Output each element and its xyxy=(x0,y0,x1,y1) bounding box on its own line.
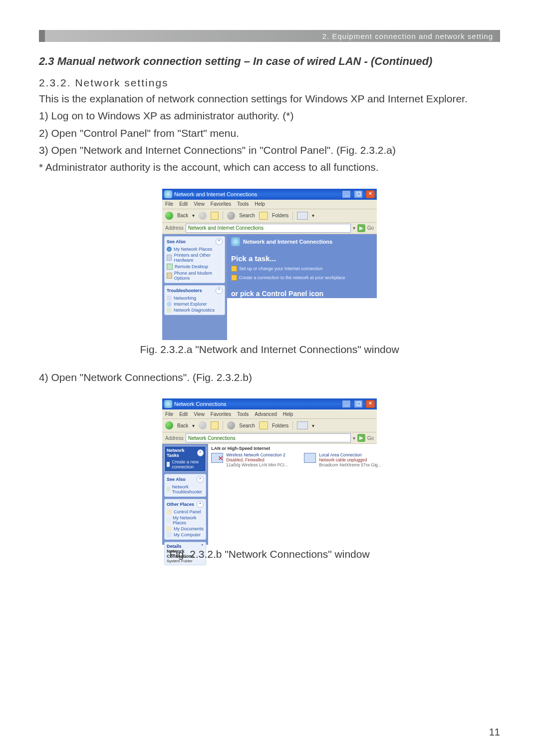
up-icon[interactable] xyxy=(211,212,219,220)
menu-bar[interactable]: File Edit View Favorites Tools Help xyxy=(162,200,377,209)
step3-text: 3) Open "Network and Internet Connection… xyxy=(39,143,500,157)
folders-icon[interactable] xyxy=(259,212,268,220)
network-tasks-block: Network Tasks˄ Create a new connection xyxy=(164,446,206,472)
section-title: 2.3 Manual network connection setting – … xyxy=(39,55,500,68)
forward-icon[interactable] xyxy=(199,421,207,429)
views-icon[interactable] xyxy=(297,421,308,429)
see-also-item3[interactable]: Remote Desktop xyxy=(175,264,208,269)
ts-item1[interactable]: Networking xyxy=(174,296,196,301)
menu-edit[interactable]: Edit xyxy=(179,201,188,207)
menu-view[interactable]: View xyxy=(194,411,205,417)
close-button[interactable]: × xyxy=(366,400,375,408)
menu-tools[interactable]: Tools xyxy=(237,411,249,417)
address-label: Address xyxy=(165,435,184,441)
window-title: Network and Internet Connections xyxy=(174,191,257,197)
address-input[interactable] xyxy=(186,433,351,442)
back-label[interactable]: Back xyxy=(177,423,188,428)
views-icon[interactable] xyxy=(297,212,308,220)
collapse-icon[interactable]: ˄ xyxy=(216,287,223,294)
connection-lan[interactable]: Local Area Connection Network cable unpl… xyxy=(304,453,389,467)
see-also-header: See Also xyxy=(167,477,186,482)
minimize-button[interactable]: _ xyxy=(342,190,351,198)
networking-icon xyxy=(167,296,172,301)
menu-bar[interactable]: File Edit View Favorites Tools Advanced … xyxy=(162,409,377,419)
nic-icon xyxy=(304,453,316,463)
minimize-button[interactable]: _ xyxy=(342,400,351,408)
search-label[interactable]: Search xyxy=(239,423,255,428)
close-button[interactable]: × xyxy=(366,190,375,198)
forward-icon[interactable] xyxy=(199,212,207,220)
network-places-icon xyxy=(167,518,171,523)
my-documents-icon xyxy=(167,526,172,531)
menu-favorites[interactable]: Favorites xyxy=(211,411,231,417)
folders-icon[interactable] xyxy=(259,421,268,429)
search-icon[interactable] xyxy=(227,421,235,429)
op-item2[interactable]: My Network Places xyxy=(173,515,204,525)
network-places-icon xyxy=(167,247,172,252)
collapse-icon[interactable]: ˄ xyxy=(216,238,223,245)
menu-tools[interactable]: Tools xyxy=(237,201,249,207)
address-input[interactable] xyxy=(186,224,351,233)
menu-file[interactable]: File xyxy=(165,411,173,417)
go-button[interactable]: ▶ xyxy=(357,224,365,232)
back-icon[interactable] xyxy=(165,421,173,429)
toolbar: Back ▾ Search Folders ▾ xyxy=(162,419,377,432)
menu-advanced[interactable]: Advanced xyxy=(255,411,276,417)
troubleshooters-header: Troubleshooters xyxy=(167,288,202,293)
go-label[interactable]: Go xyxy=(367,225,374,231)
category-icon xyxy=(231,237,240,246)
back-icon[interactable] xyxy=(165,212,173,220)
window-titlebar[interactable]: Network and Internet Connections _ ▢ × xyxy=(162,189,377,200)
see-also-item1[interactable]: My Network Places xyxy=(174,247,212,252)
collapse-icon[interactable]: ˄ xyxy=(197,501,204,508)
menu-help[interactable]: Help xyxy=(255,201,265,207)
task2[interactable]: Create a connection to the network at yo… xyxy=(231,275,373,281)
ts-item3[interactable]: Network Diagnostics xyxy=(174,308,215,313)
or-pick-heading: or pick a Control Panel icon xyxy=(231,290,373,298)
step1-text: 1) Log on to Windows XP as administrator… xyxy=(39,109,500,123)
menu-edit[interactable]: Edit xyxy=(179,411,188,417)
ts-item2[interactable]: Internet Explorer xyxy=(174,302,207,307)
see-also-item4[interactable]: Phone and Modem Options xyxy=(174,271,223,281)
task1[interactable]: Set up or change your Internet connectio… xyxy=(231,266,373,272)
folders-label[interactable]: Folders xyxy=(272,423,288,428)
op-item4[interactable]: My Computer xyxy=(174,532,201,537)
see-also-item2[interactable]: Printers and Other Hardware xyxy=(174,253,223,263)
back-label[interactable]: Back xyxy=(177,213,188,218)
collapse-icon[interactable]: ˄ xyxy=(197,449,204,456)
menu-view[interactable]: View xyxy=(194,201,205,207)
new-connection-icon xyxy=(167,462,170,467)
go-button[interactable]: ▶ xyxy=(357,434,365,442)
phone-modem-icon xyxy=(167,273,172,279)
see-also-block: See Also˄ My Network Places Printers and… xyxy=(164,236,225,283)
address-bar: Address ▾ ▶ Go xyxy=(162,432,377,444)
chapter-header: 2. Equipment connection and network sett… xyxy=(39,30,500,42)
conn2-device: Broadcom NetXtreme 57xx Gig... xyxy=(319,463,381,468)
maximize-button[interactable]: ▢ xyxy=(354,190,363,198)
search-label[interactable]: Search xyxy=(239,213,255,218)
folders-label[interactable]: Folders xyxy=(272,213,288,218)
go-label[interactable]: Go xyxy=(367,435,374,441)
chapter-label: 2. Equipment connection and network sett… xyxy=(322,32,493,40)
menu-help[interactable]: Help xyxy=(283,411,293,417)
up-icon[interactable] xyxy=(211,421,219,429)
pick-a-task-heading: Pick a task... xyxy=(231,254,373,263)
op-item1[interactable]: Control Panel xyxy=(174,509,201,514)
nt-item1[interactable]: Create a new connection xyxy=(172,459,204,469)
window-title: Network Connections xyxy=(174,401,227,407)
op-item3[interactable]: My Documents xyxy=(174,526,204,531)
step2-text: 2) Open "Control Panel" from "Start" men… xyxy=(39,126,500,140)
diagnostics-icon xyxy=(167,308,172,313)
menu-file[interactable]: File xyxy=(165,201,173,207)
remote-desktop-icon xyxy=(167,264,173,270)
task-pane: Network Tasks˄ Create a new connection S… xyxy=(162,444,208,545)
maximize-button[interactable]: ▢ xyxy=(354,400,363,408)
window-titlebar[interactable]: Network Connections _ ▢ × xyxy=(162,398,377,409)
other-places-header: Other Places xyxy=(167,502,194,507)
ie-icon xyxy=(167,302,172,307)
connection-wireless[interactable]: ✕ Wireless Network Connection 2 Disabled… xyxy=(211,453,296,467)
collapse-icon[interactable]: ˄ xyxy=(197,476,204,483)
sa-item1[interactable]: Network Troubleshooter xyxy=(172,484,204,494)
search-icon[interactable] xyxy=(227,212,235,220)
menu-favorites[interactable]: Favorites xyxy=(211,201,231,207)
